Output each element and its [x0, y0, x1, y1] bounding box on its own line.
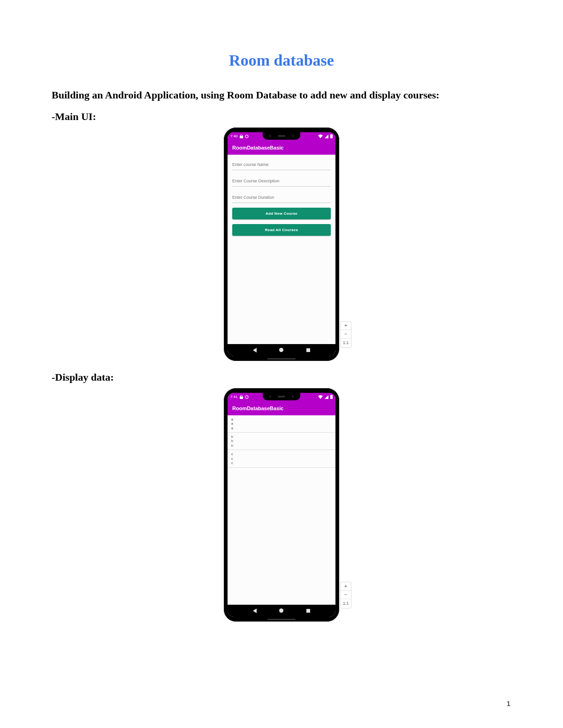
list-item-desc: b — [231, 439, 332, 443]
phone-notch — [263, 393, 300, 400]
home-handle — [267, 358, 296, 360]
list-item[interactable]: a a a — [228, 415, 335, 433]
course-name-input[interactable] — [232, 158, 331, 170]
course-duration-input[interactable] — [232, 191, 331, 203]
page-number: 1 — [507, 699, 510, 707]
list-item-name: b — [231, 435, 332, 439]
debug-icon — [245, 395, 249, 399]
emulator-zoom-in[interactable]: + — [341, 322, 351, 330]
app-bar-title: RoomDatabaseBasic — [232, 145, 283, 150]
emulator-zoom-out[interactable]: − — [341, 591, 351, 599]
nav-back-icon[interactable] — [253, 608, 257, 613]
nav-recents-icon[interactable] — [306, 348, 310, 352]
emulator-zoom-in[interactable]: + — [341, 582, 351, 591]
emulator-zoom-controls: + − 1:1 — [340, 321, 351, 348]
wifi-icon — [318, 395, 323, 399]
emulator-zoom-reset[interactable]: 1:1 — [341, 338, 351, 347]
nav-recents-icon[interactable] — [306, 609, 310, 613]
signal-icon — [325, 395, 328, 399]
battery-icon — [330, 134, 333, 138]
read-all-courses-button[interactable]: Read All Courses — [232, 224, 331, 236]
android-nav-bar — [228, 344, 335, 356]
phone-notch — [263, 132, 300, 140]
lock-icon — [240, 395, 243, 399]
list-item-duration: c — [231, 461, 332, 465]
battery-icon — [330, 395, 333, 399]
phone-mock-main-ui: 7:40 — [224, 128, 339, 361]
list-item[interactable]: b b b — [228, 433, 335, 450]
lock-icon — [240, 135, 243, 138]
android-nav-bar — [228, 605, 335, 617]
signal-icon — [325, 135, 328, 138]
emulator-zoom-out[interactable]: − — [341, 330, 351, 338]
list-item-name: a — [231, 417, 332, 421]
status-time: 7:40 — [230, 135, 238, 138]
list-item-duration: b — [231, 443, 332, 448]
emulator-zoom-controls: + − 1:1 — [340, 582, 351, 608]
nav-home-icon[interactable] — [279, 608, 283, 613]
debug-icon — [245, 135, 249, 138]
add-new-course-button[interactable]: Add New Course — [232, 208, 331, 219]
intro-text: Building an Android Application, using R… — [52, 88, 511, 102]
app-bar-title: RoomDatabaseBasic — [232, 405, 283, 411]
list-item-desc: a — [231, 421, 332, 426]
app-bar: RoomDatabaseBasic — [228, 141, 335, 155]
phone-mock-display-data: 7:41 — [224, 388, 339, 622]
wifi-icon — [318, 135, 323, 138]
course-description-input[interactable] — [232, 175, 331, 187]
list-item-name: c — [231, 452, 332, 456]
document-title: Room database — [52, 52, 511, 69]
status-time: 7:41 — [230, 395, 238, 399]
section-display-data: -Display data: — [52, 371, 511, 383]
app-bar: RoomDatabaseBasic — [228, 401, 335, 415]
list-item-desc: c — [231, 457, 332, 461]
list-item[interactable]: c c c — [228, 450, 335, 467]
nav-home-icon[interactable] — [279, 348, 283, 352]
section-main-ui: -Main UI: — [52, 111, 511, 123]
home-handle — [267, 619, 296, 620]
list-item-duration: a — [231, 426, 332, 430]
emulator-zoom-reset[interactable]: 1:1 — [341, 599, 351, 608]
nav-back-icon[interactable] — [253, 348, 257, 353]
